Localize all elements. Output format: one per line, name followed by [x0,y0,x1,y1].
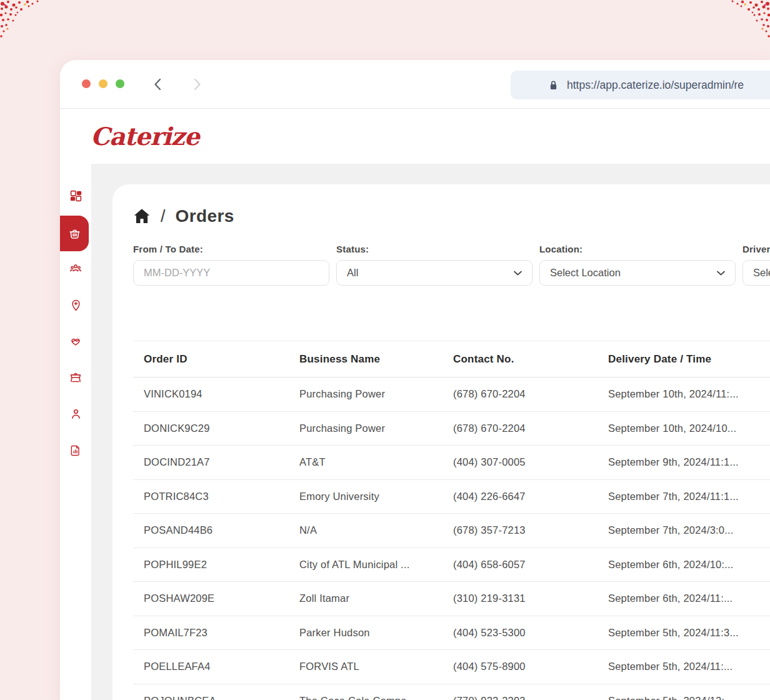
delivery-date-cell: September 7th, 2024/11:1... [598,491,770,502]
orders-basket-icon [68,226,82,241]
table-row[interactable]: POSHAW209E Zoll Itamar (310) 219-3131 Se… [133,582,770,616]
order-id-cell: POSHAW209E [133,592,289,604]
orders-table: Order ID Business Name Contact No. Deliv… [133,341,770,700]
business-name-cell: Purchasing Power [289,422,442,434]
order-id-cell: POPHIL99E2 [133,559,289,571]
contact-no-cell: (404) 226-6647 [442,491,598,502]
corner-decoration [0,0,94,69]
contact-no-cell: (404) 307-0005 [442,456,598,468]
contact-no-cell: (678) 670-2204 [442,388,598,400]
breadcrumb: / Orders [133,206,770,226]
filter-label: Location: [539,244,736,254]
sidebar-item-caterers[interactable] [60,364,91,391]
table-row[interactable]: VINICK0194 Purchasing Power (678) 670-22… [133,378,770,412]
business-name-cell: Purchasing Power [289,388,442,400]
contact-no-cell: (678) 670-2204 [442,422,598,434]
care-icon [69,334,82,348]
delivery-date-cell: September 6th, 2024/10:... [598,559,770,571]
url-text: https://app.caterize.io/superadmin/re [567,79,744,92]
filter-location: Location: Select Location [539,244,736,286]
date-range-input[interactable] [133,260,329,286]
table-row[interactable]: POMAIL7F23 Parker Hudson (404) 523-5300 … [133,616,770,651]
business-name-cell: N/A [289,524,442,536]
column-header-contact-no: Contact No. [442,353,598,366]
delivery-date-cell: September 10th, 2024/11:... [598,388,770,400]
business-name-cell: Zoll Itamar [289,592,442,604]
browser-window: https://app.caterize.io/superadmin/re Ca… [60,60,770,700]
order-id-cell: POELLEAFA4 [133,661,289,672]
filter-date-range: From / To Date: [133,244,329,286]
table-body: VINICK0194 Purchasing Power (678) 670-22… [133,378,770,700]
maximize-window-button[interactable] [116,79,124,88]
filter-bar: From / To Date: Status: All Location: [133,244,770,286]
drivers-select[interactable]: Select Driver [742,260,770,286]
sidebar-item-dashboard[interactable] [60,182,91,209]
table-row[interactable]: POPHIL99E2 City of ATL Municipal ... (40… [133,548,770,582]
table-row[interactable]: POJOHNBCEA The Coca Cola Compa... (770) … [133,684,770,700]
business-name-cell: Emory University [289,491,442,502]
delivery-date-cell: September 7th, 2024/3:0... [598,524,770,536]
minimize-window-button[interactable] [99,79,108,88]
dashboard-icon [69,189,82,202]
back-button[interactable] [151,77,165,92]
filter-label: From / To Date: [133,244,329,254]
table-row[interactable]: DOCIND21A7 AT&T (404) 307-0005 September… [133,446,770,480]
contact-no-cell: (310) 219-3131 [442,592,598,604]
home-icon[interactable] [133,208,151,224]
delivery-date-cell: September 5th, 2024/11:... [598,661,770,672]
sidebar-item-reports[interactable] [60,437,91,464]
business-name-cell: AT&T [289,456,442,468]
business-name-cell: Parker Hudson [289,627,442,639]
browser-toolbar: https://app.caterize.io/superadmin/re [60,60,770,109]
table-row[interactable]: DONICK9C29 Purchasing Power (678) 670-22… [133,412,770,446]
sidebar-item-drivers[interactable] [60,400,91,428]
caterize-logo: Caterize [91,122,199,151]
chevron-down-icon [513,270,522,276]
order-id-cell: VINICK0194 [133,388,289,400]
lock-icon [548,79,559,91]
delivery-date-cell: September 5th, 2024/12:... [598,695,770,700]
table-header-row: Order ID Business Name Contact No. Deliv… [133,341,770,378]
delivery-date-cell: September 10th, 2024/10... [598,422,770,434]
filter-label: Status: [336,244,532,254]
order-id-cell: POSAND44B6 [133,524,289,536]
sidebar-item-customers[interactable] [60,255,91,282]
orders-card: / Orders From / To Date: Status: All [112,184,770,700]
filter-status: Status: All [336,244,532,286]
corner-decoration [676,0,770,69]
filter-label: Drivers: [742,244,770,254]
business-name-cell: City of ATL Municipal ... [289,559,442,571]
page-title: Orders [176,206,234,226]
sidebar [60,164,91,700]
close-window-button[interactable] [82,79,91,88]
address-bar[interactable]: https://app.caterize.io/superadmin/re [511,71,770,99]
sidebar-item-care[interactable] [60,328,91,355]
delivery-date-cell: September 5th, 2024/11:3... [598,627,770,639]
sidebar-item-locations[interactable] [60,291,91,319]
chevron-down-icon [716,270,726,276]
column-header-delivery-date: Delivery Date / Time [598,353,770,366]
column-header-order-id: Order ID [133,353,289,366]
location-select[interactable]: Select Location [539,260,736,286]
order-id-cell: POMAIL7F23 [133,627,289,639]
column-header-business-name: Business Name [289,353,442,366]
delivery-date-cell: September 9th, 2024/11:1... [598,456,770,468]
forward-button[interactable] [190,77,204,92]
main-content: / Orders From / To Date: Status: All [91,164,770,700]
table-row[interactable]: POELLEAFA4 FORVIS ATL (404) 575-8900 Sep… [133,650,770,684]
catering-basket-icon [69,371,82,384]
app-header: Caterize [60,109,770,164]
filter-drivers: Drivers: Select Driver [742,244,770,286]
user-icon [69,408,82,421]
contact-no-cell: (770) 922-2293 [442,695,598,700]
order-id-cell: DONICK9C29 [133,422,289,434]
add-location-icon [69,299,82,312]
table-row[interactable]: POTRIC84C3 Emory University (404) 226-66… [133,480,770,514]
contact-no-cell: (404) 523-5300 [442,627,598,639]
status-select[interactable]: All [336,260,532,286]
contact-no-cell: (404) 658-6057 [442,559,598,571]
order-id-cell: POJOHNBCEA [133,695,289,700]
sidebar-item-orders[interactable] [60,216,89,251]
table-row[interactable]: POSAND44B6 N/A (678) 357-7213 September … [133,514,770,548]
business-name-cell: The Coca Cola Compa... [289,695,442,700]
